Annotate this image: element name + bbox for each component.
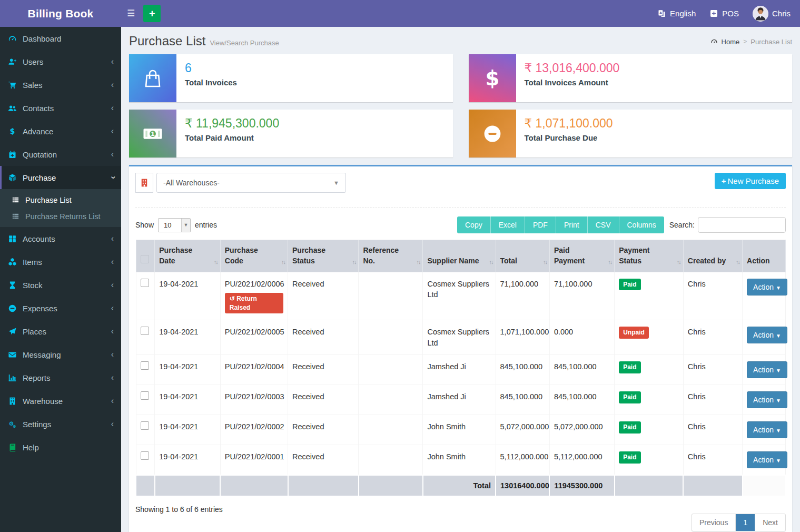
building-icon (8, 397, 23, 406)
sidebar-item-stock[interactable]: Stock‹ (0, 273, 121, 297)
cell-created-by: Chris (683, 385, 742, 415)
sidebar-subitem-purchase-returns-list[interactable]: Purchase Returns List (0, 208, 121, 224)
sidebar-subitem-purchase-list[interactable]: Purchase List (0, 192, 121, 208)
cell-paid-payment: 5,112,000.000 (549, 445, 614, 476)
column-header-total[interactable]: Total↑↓ (496, 240, 549, 272)
search-input[interactable] (698, 217, 786, 233)
column-header-purchase-date[interactable]: Purchase Date↑↓ (155, 240, 221, 272)
row-checkbox[interactable] (141, 451, 149, 460)
row-checkbox[interactable] (141, 279, 149, 287)
filter-row: -All Warehouses- ▼ +New Purchase (135, 173, 786, 193)
stat-label: Total Invoices Amount (525, 78, 620, 87)
export-columns-button[interactable]: Columns (619, 216, 664, 233)
sidebar-item-warehouse[interactable]: Warehouse‹ (0, 389, 121, 412)
export-excel-button[interactable]: Excel (491, 216, 525, 233)
cell-purchase-date: 19-04-2021 (155, 320, 221, 355)
action-button[interactable]: Action▼ (747, 451, 787, 468)
sidebar-item-dashboard[interactable]: Dashboard (0, 27, 121, 50)
pagination-next[interactable]: Next (755, 514, 785, 531)
column-header-reference-no[interactable]: Reference No.↑↓ (359, 240, 423, 272)
sidebar-item-accounts[interactable]: Accounts‹ (0, 227, 121, 250)
new-purchase-button[interactable]: +New Purchase (715, 173, 786, 189)
sidebar-item-users[interactable]: Users‹ (0, 50, 121, 73)
cell-created-by: Chris (683, 415, 742, 445)
sidebar-item-label: Reports (23, 373, 51, 382)
quick-add-button[interactable]: + (143, 5, 161, 22)
page-subtitle: View/Search Purchase (210, 39, 279, 47)
sidebar-subitem-label: Purchase Returns List (25, 212, 101, 221)
cell-action: Action▼ (743, 355, 785, 385)
export-print-button[interactable]: Print (556, 216, 588, 233)
column-header-supplier-name[interactable]: Supplier Name↑↓ (423, 240, 496, 272)
language-menu[interactable]: A English (657, 9, 696, 18)
chevron-left-icon: ‹ (111, 150, 114, 159)
sidebar-item-contacts[interactable]: Contacts‹ (0, 96, 121, 120)
action-button[interactable]: Action▼ (747, 391, 787, 408)
column-header-paid-payment[interactable]: Paid Payment↑↓ (549, 240, 614, 272)
cell-purchase-status: Received (288, 272, 359, 320)
payment-status-badge: Paid (619, 279, 640, 291)
bar-chart-icon (8, 373, 23, 382)
column-header-created-by[interactable]: Created by↑↓ (683, 240, 742, 272)
cell-purchase-status: Received (288, 355, 359, 385)
chevron-left-icon: ‹ (111, 373, 114, 382)
app-logo[interactable]: Billing Book (0, 0, 121, 27)
stat-value: 6 (185, 61, 237, 75)
row-checkbox[interactable] (141, 391, 149, 400)
sidebar-item-sales[interactable]: Sales‹ (0, 73, 121, 96)
envelope-icon (8, 350, 23, 359)
cell-purchase-status: Received (288, 320, 359, 355)
sidebar-item-label: Sales (23, 81, 43, 90)
chevron-left-icon: ‹ (111, 104, 114, 112)
sidebar-item-quotation[interactable]: Quotation‹ (0, 143, 121, 166)
page-length-select[interactable]: 10 ▼ (158, 218, 191, 232)
row-checkbox[interactable] (141, 421, 149, 430)
caret-down-icon: ▼ (776, 428, 781, 434)
sidebar-item-messaging[interactable]: Messaging‹ (0, 343, 121, 366)
pagination-page-1[interactable]: 1 (735, 514, 755, 531)
cubes-icon (8, 258, 23, 267)
row-checkbox[interactable] (141, 361, 149, 370)
total-label: Total (423, 475, 496, 496)
sidebar-item-reports[interactable]: Reports‹ (0, 366, 121, 389)
user-menu[interactable]: Chris (753, 6, 791, 22)
stat-card-total-invoices-amount: $₹ 13,016,400.000Total Invoices Amount (469, 54, 793, 102)
select-all-checkbox[interactable] (141, 255, 149, 263)
sidebar-item-settings[interactable]: ⚙⚙Settings‹ (0, 412, 121, 436)
export-pdf-button[interactable]: PDF (525, 216, 556, 233)
export-csv-button[interactable]: CSV (588, 216, 619, 233)
export-copy-button[interactable]: Copy (457, 216, 491, 233)
pagination-previous[interactable]: Previous (692, 514, 735, 531)
breadcrumb-home[interactable]: Home (722, 38, 740, 46)
sidebar-item-help[interactable]: Help (0, 436, 121, 459)
table-total-row: Total13016400.00011945300.000 (136, 475, 785, 496)
table-row: 19-04-2021PU/2021/02/0002ReceivedJohn Sm… (136, 415, 785, 445)
cell-created-by: Chris (683, 355, 742, 385)
pos-link[interactable]: POS (709, 9, 739, 18)
column-header-payment-status[interactable]: Payment Status↑↓ (615, 240, 684, 272)
cell-purchase-date: 19-04-2021 (155, 355, 221, 385)
row-checkbox[interactable] (141, 327, 149, 335)
column-header-purchase-code[interactable]: Purchase Code↑↓ (220, 240, 288, 272)
action-button[interactable]: Action▼ (747, 279, 787, 295)
table-row: 19-04-2021PU/2021/02/0006↺ Return Raised… (136, 272, 785, 320)
sidebar-item-places[interactable]: Places‹ (0, 320, 121, 343)
stat-label: Total Purchase Due (525, 133, 613, 142)
sidebar-toggle-icon[interactable]: ☰ (121, 8, 141, 19)
sidebar-item-purchase[interactable]: Purchase‹ (0, 166, 121, 189)
sort-icon: ↑↓ (677, 258, 680, 267)
action-button[interactable]: Action▼ (747, 421, 787, 438)
table-row: 19-04-2021PU/2021/02/0005ReceivedCosmex … (136, 320, 785, 355)
sidebar-item-advance[interactable]: $Advance‹ (0, 120, 121, 143)
action-button[interactable]: Action▼ (747, 327, 787, 343)
column-header-purchase-status[interactable]: Purchase Status↑↓ (288, 240, 359, 272)
total-sum: 13016400.000 (496, 475, 549, 496)
cell-checkbox (136, 385, 155, 415)
action-button[interactable]: Action▼ (747, 361, 787, 378)
cell-total: 845,100.000 (496, 385, 549, 415)
cell-total: 5,072,000.000 (496, 415, 549, 445)
warehouse-filter-select[interactable]: -All Warehouses- ▼ (156, 173, 346, 193)
sidebar-item-expenses[interactable]: Expenses‹ (0, 297, 121, 320)
entries-label: entries (195, 221, 217, 229)
sidebar-item-items[interactable]: Items‹ (0, 250, 121, 273)
